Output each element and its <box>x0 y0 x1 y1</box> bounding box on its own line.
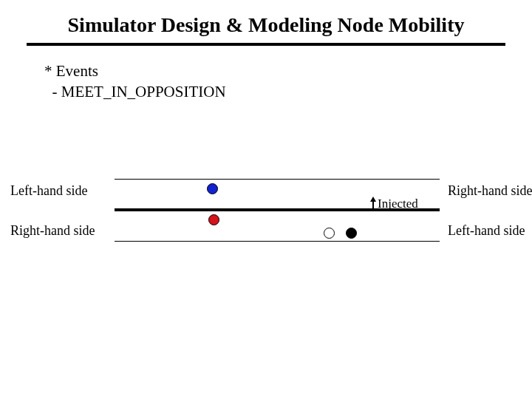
node-black <box>346 228 357 239</box>
bullet-list: * Events - MEET_IN_OPPOSITION <box>44 61 226 103</box>
label-left-upper: Left-hand side <box>10 183 87 199</box>
label-right-upper: Right-hand side <box>448 183 532 199</box>
slide-title: Simulator Design & Modeling Node Mobilit… <box>0 13 532 37</box>
lane-edge-bottom <box>115 241 440 242</box>
lane-edge-top <box>115 179 440 180</box>
label-left-lower: Right-hand side <box>10 223 95 239</box>
bullet-events: * Events <box>44 61 226 81</box>
node-red <box>208 214 219 225</box>
road-lanes <box>115 179 440 241</box>
node-blue <box>207 183 218 194</box>
lane-centerline <box>115 208 440 211</box>
arrow-shaft <box>372 201 374 209</box>
bullet-meet-in-opposition: - MEET_IN_OPPOSITION <box>44 81 226 102</box>
title-underline <box>27 43 505 46</box>
label-right-lower: Left-hand side <box>448 223 525 239</box>
node-hollow <box>324 228 335 239</box>
